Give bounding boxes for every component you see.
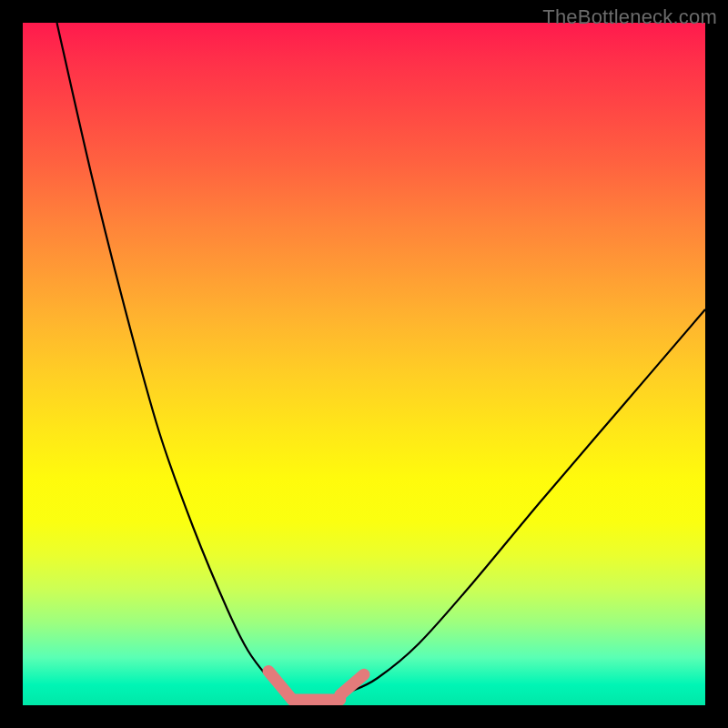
marker-ascent [340, 674, 364, 695]
curve-layer [23, 23, 705, 705]
plot-area [23, 23, 705, 705]
chart-container: TheBottleneck.com [0, 0, 728, 728]
main-curve [57, 23, 706, 699]
watermark-text: TheBottleneck.com [542, 5, 717, 29]
